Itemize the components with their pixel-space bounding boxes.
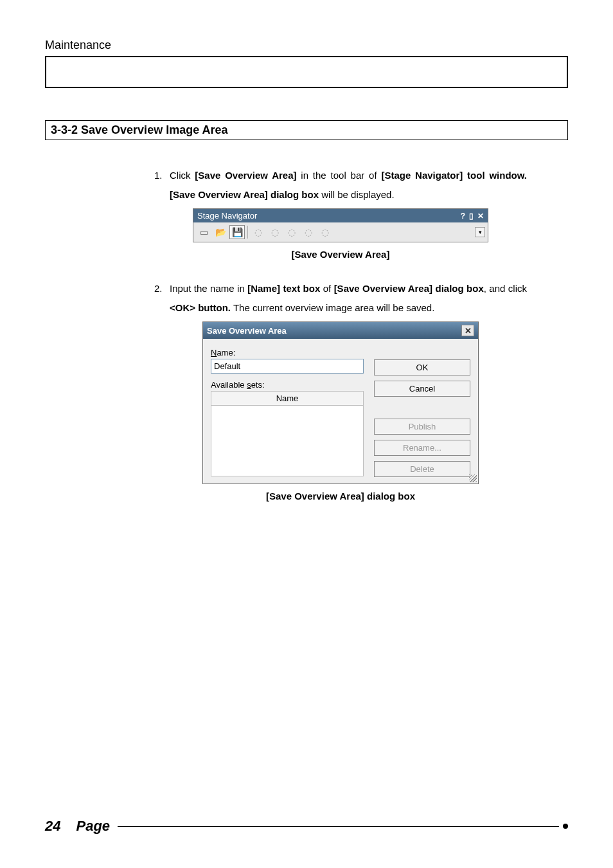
footer-dot-icon — [563, 824, 568, 829]
header-rule — [45, 56, 568, 88]
step-number: 1. — [154, 166, 170, 204]
step-number: 2. — [154, 279, 170, 318]
text-bold: [Save Overview Area] dialog box — [170, 189, 319, 200]
section-title-box: 3-3-2 Save Overview Image Area — [45, 120, 568, 140]
label-text: ets: — [251, 380, 265, 390]
document-page: Maintenance 3-3-2 Save Overview Image Ar… — [0, 0, 613, 868]
text-bold: [Stage Navigator] tool window. — [381, 170, 527, 181]
text: , and click — [484, 283, 527, 294]
dropdown-icon[interactable]: ▾ — [475, 227, 485, 237]
dialog-body: Name: Available sets: Name OK Cancel Pub… — [203, 339, 478, 484]
figure-caption-toolbar: [Save Overview Area] — [154, 249, 527, 260]
resize-grip-icon[interactable] — [469, 475, 477, 482]
header-breadcrumb: Maintenance — [45, 39, 568, 52]
separator — [247, 226, 248, 239]
name-label: Name: — [211, 348, 364, 357]
disabled-icon: ◌ — [251, 225, 266, 239]
text-bold: [Save Overview Area] — [195, 170, 296, 181]
figure-caption-dialog: [Save Overview Area] dialog box — [154, 491, 527, 502]
step-1: 1. Click [Save Overview Area] in the too… — [154, 166, 527, 204]
toolwindow-title: Stage Navigator — [197, 211, 257, 221]
pin-icon[interactable]: ▯ — [469, 212, 474, 221]
spacer — [374, 402, 470, 413]
name-field[interactable] — [211, 359, 364, 374]
stage-navigator-toolwindow: Stage Navigator ? ▯ ✕ ▭ 📂 💾 ◌ ◌ ◌ ◌ ◌ ▾ — [193, 208, 488, 242]
disabled-icon: ◌ — [284, 225, 299, 239]
new-icon[interactable]: ▭ — [196, 225, 211, 239]
close-icon[interactable]: ✕ — [461, 325, 474, 336]
mnemonic: R — [403, 443, 409, 453]
dialog-right-pane: OK Cancel Publish Rename... Delete — [374, 348, 470, 477]
label-text: ublish — [414, 422, 436, 431]
available-sets-list[interactable] — [211, 406, 364, 476]
close-icon[interactable]: ✕ — [477, 212, 484, 221]
label-text: ename... — [409, 443, 441, 453]
page-number: 24 — [45, 818, 60, 835]
section-heading: Save Overview Image Area — [81, 123, 227, 136]
cancel-button[interactable]: Cancel — [374, 381, 470, 397]
mnemonic: D — [410, 464, 416, 474]
step-2: 2. Input the name in [Name] text box of … — [154, 279, 527, 318]
disabled-icon: ◌ — [317, 225, 333, 239]
section-number: 3-3-2 — [51, 123, 78, 136]
step-body: Input the name in [Name] text box of [Sa… — [170, 279, 527, 318]
content-area: 1. Click [Save Overview Area] in the too… — [154, 166, 527, 502]
label-text: elete — [416, 464, 434, 474]
disabled-icon: ◌ — [301, 225, 316, 239]
delete-button: Delete — [374, 461, 470, 477]
dialog-title: Save Overview Area — [207, 326, 287, 336]
ok-button[interactable]: OK — [374, 359, 470, 375]
text: Input the name in — [170, 283, 247, 294]
text: The current overview image area will be … — [231, 302, 434, 313]
mnemonic: N — [211, 348, 217, 357]
available-sets-label: Available sets: — [211, 380, 364, 390]
text: Click — [170, 170, 195, 181]
page-footer: 24 Page — [45, 818, 568, 835]
text: will be displayed. — [319, 189, 395, 200]
help-icon[interactable]: ? — [461, 212, 465, 221]
list-column-header: Name — [211, 391, 364, 406]
section-title: 3-3-2 Save Overview Image Area — [51, 123, 228, 136]
footer-rule — [118, 826, 559, 827]
dialog-left-pane: Name: Available sets: Name — [211, 348, 364, 477]
text: of — [320, 283, 333, 294]
toolwindow-toolbar: ▭ 📂 💾 ◌ ◌ ◌ ◌ ◌ ▾ — [193, 222, 488, 242]
open-icon[interactable]: 📂 — [213, 225, 228, 239]
text-bold: [Name] text box — [247, 283, 320, 294]
page-label: Page — [76, 818, 110, 835]
rename-button: Rename... — [374, 440, 470, 456]
label-text: ame: — [217, 348, 235, 357]
text-bold: [Save Overview Area] dialog box — [334, 283, 484, 294]
text-bold: <OK> button. — [170, 302, 231, 313]
publish-button: Publish — [374, 419, 470, 435]
text: in the tool bar of — [297, 170, 382, 181]
save-overview-area-dialog: Save Overview Area ✕ Name: Available set… — [202, 321, 479, 484]
toolwindow-titlebar: Stage Navigator ? ▯ ✕ — [193, 209, 488, 222]
save-overview-area-button[interactable]: 💾 — [229, 225, 245, 239]
dialog-titlebar: Save Overview Area ✕ — [203, 322, 478, 339]
disabled-icon: ◌ — [267, 225, 283, 239]
step-body: Click [Save Overview Area] in the tool b… — [170, 166, 527, 204]
label-text: Available — [211, 380, 247, 390]
